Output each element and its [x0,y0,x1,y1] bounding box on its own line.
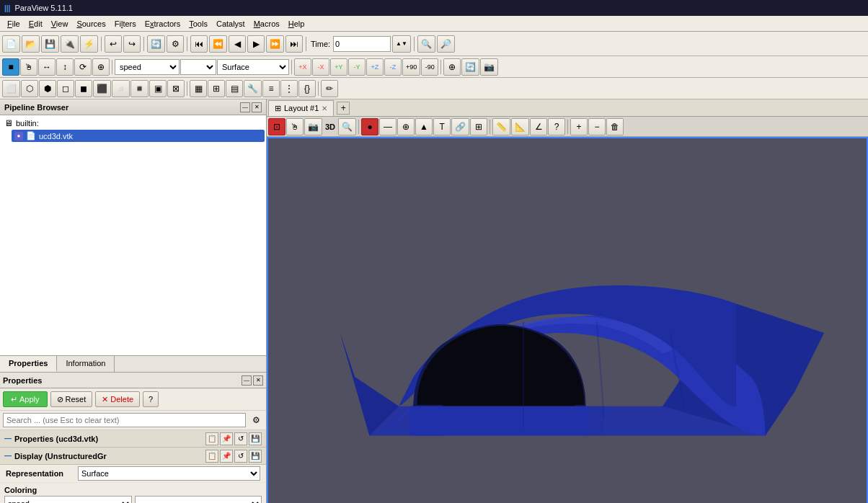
section-2-save[interactable]: 💾 [249,450,262,463]
tb3-btn7[interactable]: ◽ [112,80,130,97]
props-section-2[interactable]: — Display (UnstructuredGr 📋 📌 ↺ 💾 [0,448,266,465]
refresh-view-btn[interactable]: 🔄 [461,58,479,76]
tb3-btn10[interactable]: ⊠ [167,80,185,97]
vp-zoom-btn[interactable]: 🔍 [338,118,356,135]
new-button[interactable]: 📄 [2,35,20,53]
section-2-paste[interactable]: 📌 [220,450,233,463]
vp-trash-btn[interactable]: 🗑 [606,118,624,135]
save-button[interactable]: 💾 [41,35,59,53]
menu-macros[interactable]: Macros [249,18,284,30]
pipeline-minimize[interactable]: — [240,102,250,112]
nav-btn3[interactable]: ⟳ [74,58,92,76]
axis-x-neg[interactable]: -X [312,58,329,76]
tb3-btn3[interactable]: ⬢ [39,80,56,97]
vp-btn6[interactable]: 🔗 [451,118,469,135]
coloring-variable-select[interactable]: speed [4,496,132,503]
viewport-3d[interactable]: CSDN @小星星 [267,137,868,503]
section-1-save[interactable]: 💾 [249,432,262,445]
vp-btn5[interactable]: T [433,118,451,135]
tb3-btn1[interactable]: ⬜ [2,80,20,97]
connect-button[interactable]: 🔌 [61,35,79,53]
nav-btn4[interactable]: ⊕ [92,58,110,76]
center-btn[interactable]: ⊕ [443,58,461,76]
prev-frame-button[interactable]: ⏪ [209,35,227,53]
axis-z-pos[interactable]: +Z [366,58,384,76]
vp-interact-btn[interactable]: 🖱 [286,118,304,135]
undo-button[interactable]: ↩ [105,35,122,53]
vp-meas-btn4[interactable]: ? [548,118,565,135]
vp-btn2[interactable]: — [379,118,397,135]
axis-y-neg[interactable]: -Y [348,58,366,76]
pipeline-file-item[interactable]: ● 📄 ucd3d.vtk [12,130,265,142]
representation-select[interactable]: Surface [217,59,289,75]
vp-reset-btn[interactable]: ⊡ [268,118,285,135]
rotate-cw[interactable]: +90 [402,58,420,76]
tb3-btn13[interactable]: ▤ [226,80,243,97]
vp-btn4[interactable]: ▲ [415,118,433,135]
reset-camera-btn[interactable]: ■ [2,58,19,76]
tb3-btn8[interactable]: ◾ [130,80,149,97]
menu-sources[interactable]: Sources [72,18,110,30]
vp-camera-btn[interactable]: 📷 [304,118,322,135]
menu-tools[interactable]: Tools [185,18,212,30]
axis-y-pos[interactable]: +Y [330,58,347,76]
pipeline-close[interactable]: ✕ [252,102,262,112]
play-button[interactable]: ▶ [247,35,265,53]
section-2-copy[interactable]: 📋 [205,450,218,463]
tb3-btn11[interactable]: ▦ [190,80,207,97]
vp-meas-btn1[interactable]: 📏 [492,118,510,135]
tb3-btn2[interactable]: ⬡ [21,80,38,97]
reset-button[interactable]: ⊘ Reset [50,391,93,407]
coloring-type-select[interactable] [135,496,262,503]
tb3-btn12[interactable]: ⊞ [208,80,225,97]
menu-catalyst[interactable]: Catalyst [212,18,249,30]
help-button[interactable]: ? [143,391,159,407]
redo-button[interactable]: ↪ [123,35,141,53]
back-button[interactable]: ◀ [229,35,246,53]
menu-filters[interactable]: Filters [110,18,141,30]
tab-properties[interactable]: Properties [0,356,57,372]
tb3-btn6[interactable]: ⬛ [93,80,111,97]
menu-edit[interactable]: Edit [25,18,47,30]
search-btn[interactable]: 🔍 [417,35,435,53]
section-1-reset[interactable]: ↺ [234,432,247,445]
pencil-btn[interactable]: ✏ [321,80,338,97]
viewport-tab-close[interactable]: ✕ [322,104,327,112]
viewport-add-tab[interactable]: + [337,102,350,115]
tb3-btn17[interactable]: {} [298,80,316,97]
refresh-button[interactable]: 🔄 [147,35,165,53]
find-btn[interactable]: 🔎 [437,35,455,53]
nav-btn1[interactable]: ↔ [38,58,56,76]
tb3-btn14[interactable]: 🔧 [244,80,262,97]
menu-help[interactable]: Help [284,18,309,30]
menu-file[interactable]: File [3,18,25,30]
apply-button[interactable]: ↵ Apply [3,391,48,407]
axis-z-neg[interactable]: -Z [384,58,402,76]
axis-x-pos[interactable]: +X [294,58,311,76]
disconnect-button[interactable]: ⚡ [80,35,98,53]
menu-view[interactable]: View [47,18,73,30]
variable-select[interactable]: speed [115,59,180,75]
vp-plus-btn[interactable]: + [570,118,588,135]
variable-type-select[interactable] [180,59,216,75]
tb3-btn4[interactable]: ◻ [57,80,74,97]
section-2-refresh[interactable]: ↺ [234,450,247,463]
first-frame-button[interactable]: ⏮ [190,35,208,53]
delete-button[interactable]: ✕ Delete [95,391,140,407]
interaction-mode-btn[interactable]: 🖱 [20,58,37,76]
tb3-btn16[interactable]: ⋮ [280,80,298,97]
search-settings-icon[interactable]: ⚙ [249,413,263,427]
viewport-tab-1[interactable]: ⊞ Layout #1 ✕ [268,100,334,116]
props-close[interactable]: ✕ [253,375,263,386]
nav-btn2[interactable]: ↕ [56,58,74,76]
vp-meas-btn3[interactable]: ∠ [530,118,547,135]
section-1-paste[interactable]: 📌 [220,432,233,445]
screenshot-btn[interactable]: 📷 [480,58,498,76]
tb3-btn9[interactable]: ▣ [149,80,167,97]
vp-btn7[interactable]: ⊞ [470,118,487,135]
tb3-btn5[interactable]: ◼ [75,80,92,97]
last-frame-button[interactable]: ⏭ [285,35,303,53]
tb3-btn15[interactable]: ≡ [262,80,280,97]
tab-information[interactable]: Information [57,356,115,372]
section-1-copy[interactable]: 📋 [205,432,218,445]
